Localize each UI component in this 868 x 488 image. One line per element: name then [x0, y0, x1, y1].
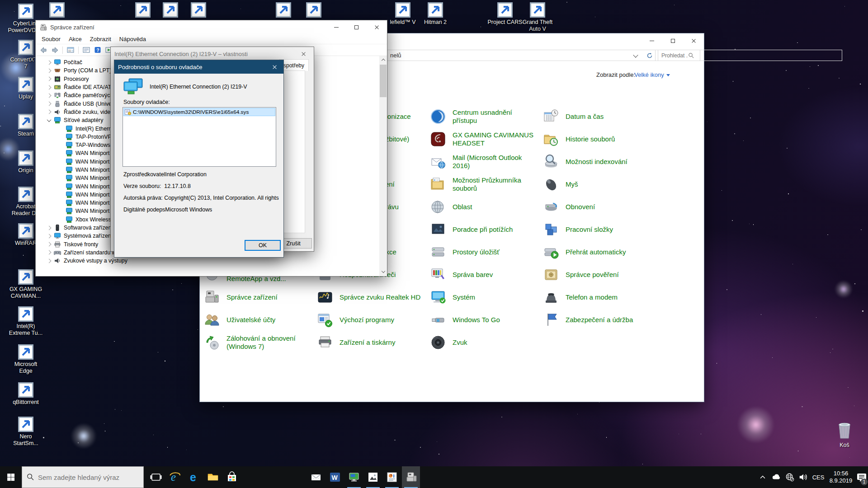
menu-item-zobrazit[interactable]: Zobrazit: [86, 34, 115, 44]
minimize-button[interactable]: [642, 33, 662, 48]
maximize-button[interactable]: [662, 33, 683, 48]
search-input[interactable]: [658, 52, 688, 59]
scroll-down-icon[interactable]: [379, 268, 387, 276]
tray-network[interactable]: [783, 466, 797, 488]
control-panel-item[interactable]: Obnovení: [542, 196, 655, 218]
chevron-right-icon[interactable]: [47, 85, 52, 89]
scroll-up-icon[interactable]: [379, 56, 387, 64]
control-panel-item[interactable]: GX GAMING CAVIMANUS HEADSET: [429, 128, 542, 150]
recycle-bin-icon[interactable]: Koš: [826, 419, 863, 448]
taskbar-display-app-icon[interactable]: [345, 466, 363, 488]
control-panel-item[interactable]: Poradce při potížích: [429, 218, 542, 241]
control-panel-item[interactable]: Prostory úložišť: [429, 241, 542, 263]
chevron-right-icon[interactable]: [47, 68, 52, 73]
close-button[interactable]: [683, 33, 704, 48]
control-panel-item[interactable]: Windows To Go: [429, 309, 542, 331]
dialog-titlebar[interactable]: Podrobnosti o souboru ovladače: [114, 60, 283, 74]
chevron-right-icon[interactable]: [47, 93, 52, 98]
taskbar-file-explorer-icon[interactable]: [204, 466, 222, 488]
control-panel-item[interactable]: Telefon a modem: [542, 286, 655, 309]
minimize-button[interactable]: [326, 20, 346, 34]
list-view-button[interactable]: [66, 46, 75, 55]
control-panel-item[interactable]: Pracovní složky: [542, 218, 655, 241]
desktop-icon-qbittorrent[interactable]: qbqBittorrent: [5, 382, 46, 406]
maximize-button[interactable]: [346, 20, 367, 34]
tree-item[interactable]: Zvukové vstupy a výstupy: [36, 257, 379, 265]
chevron-right-icon[interactable]: [47, 234, 52, 238]
menu-item-nápověda[interactable]: Nápověda: [115, 34, 150, 44]
control-panel-item[interactable]: Správce pověření: [542, 263, 655, 286]
close-button[interactable]: [367, 20, 387, 34]
taskbar-edge-icon[interactable]: e: [185, 466, 203, 488]
driver-files-list[interactable]: C:\WINDOWS\system32\DRIVERS\e1i65x64.sys: [123, 107, 276, 167]
control-panel-item[interactable]: Uživatelské účty: [203, 309, 316, 331]
taskbar-presentation-icon[interactable]: [383, 466, 401, 488]
driver-file-row-selected[interactable]: C:\WINDOWS\system32\DRIVERS\e1i65x64.sys: [123, 108, 275, 116]
taskbar-search-input[interactable]: [38, 474, 137, 481]
control-panel-item[interactable]: Přehrát automaticky: [542, 241, 655, 263]
taskbar-word-icon[interactable]: W: [326, 466, 344, 488]
control-panel-item[interactable]: Možnosti indexování: [542, 150, 655, 173]
search-box[interactable]: [658, 50, 700, 61]
control-panel-item[interactable]: Myš: [542, 173, 655, 196]
taskbar-device-manager-icon[interactable]: [402, 466, 420, 488]
control-panel-item[interactable]: Zařízení a tiskárny: [316, 331, 429, 354]
view-by-dropdown[interactable]: Velké ikony: [634, 71, 670, 78]
control-panel-item[interactable]: Datum a čas: [542, 105, 655, 128]
menu-item-soubor[interactable]: Soubor: [38, 34, 65, 44]
chevron-right-icon[interactable]: [47, 60, 52, 65]
back-button[interactable]: [38, 46, 48, 55]
desktop-icon-hitman[interactable]: H2Hitman 2: [415, 2, 456, 26]
properties-button[interactable]: [81, 46, 91, 55]
control-panel-item[interactable]: Zvuk: [429, 331, 542, 354]
desktop-icon-blackswords[interactable]: [178, 2, 219, 18]
control-panel-item[interactable]: Mail (Microsoft Outlook 2016): [429, 150, 542, 173]
action-center-button[interactable]: 1: [855, 466, 868, 488]
taskbar-internet-explorer-icon[interactable]: e: [166, 466, 184, 488]
control-panel-item[interactable]: Výchozí programy: [316, 309, 429, 331]
forward-button[interactable]: [50, 46, 60, 55]
tray-chevron-up[interactable]: [756, 466, 769, 488]
desktop-icon-nero[interactable]: Nero StartSm...: [5, 417, 46, 447]
taskbar-store-icon[interactable]: [223, 466, 241, 488]
help-button[interactable]: ?: [93, 46, 103, 55]
taskbar-search-box[interactable]: [22, 466, 144, 488]
control-panel-item[interactable]: Historie souborů: [542, 128, 655, 150]
scrollbar[interactable]: [379, 56, 387, 276]
chevron-right-icon[interactable]: [47, 258, 52, 263]
control-panel-item[interactable]: Systém: [429, 286, 542, 309]
taskbar-photos-icon[interactable]: [364, 466, 382, 488]
chevron-right-icon[interactable]: [47, 77, 52, 81]
control-panel-item[interactable]: Oblast: [429, 196, 542, 218]
desktop-icon-dark2[interactable]: [293, 2, 334, 18]
scroll-thumb[interactable]: [380, 65, 387, 97]
refresh-button[interactable]: [644, 50, 656, 61]
control-panel-item[interactable]: Možnosti Průzkumníka souborů: [429, 173, 542, 196]
control-panel-item[interactable]: Správa barev: [429, 263, 542, 286]
chevron-right-icon[interactable]: [47, 242, 52, 247]
chevron-right-icon[interactable]: [47, 102, 52, 106]
control-panel-item[interactable]: Správce zvuku Realtek HD: [316, 286, 429, 309]
desktop-icon-intel[interactable]: Intel(R) Extreme Tu...: [5, 306, 46, 337]
control-panel-item[interactable]: Zabezpečení a údržba: [542, 309, 655, 331]
desktop-icon-edge[interactable]: Microsoft Edge: [5, 344, 46, 375]
control-panel-item[interactable]: Centrum usnadnění přístupu: [429, 105, 542, 128]
chevron-right-icon[interactable]: [47, 225, 52, 230]
ok-button[interactable]: OK: [245, 240, 281, 251]
device-manager-titlebar[interactable]: Správce zařízení: [36, 20, 387, 34]
taskbar-task-view-icon[interactable]: [147, 466, 165, 488]
chevron-down-icon[interactable]: [47, 117, 52, 122]
tray-volume[interactable]: [797, 466, 810, 488]
tray-language[interactable]: CES: [810, 466, 826, 488]
tray-onedrive[interactable]: [769, 466, 783, 488]
control-panel-item[interactable]: Správce zařízení: [203, 286, 316, 309]
start-button[interactable]: [0, 466, 22, 488]
taskbar-mail-icon[interactable]: [307, 466, 325, 488]
desktop-icon-gtav[interactable]: VGrand Theft Auto V: [517, 2, 558, 33]
menu-item-akce[interactable]: Akce: [65, 34, 86, 44]
chevron-right-icon[interactable]: [47, 250, 52, 255]
control-panel-item[interactable]: Zálohování a obnovení (Windows 7): [203, 331, 316, 354]
chevron-right-icon[interactable]: [47, 110, 52, 114]
tray-clock[interactable]: 10:56 8.9.2019: [826, 466, 855, 488]
close-button[interactable]: [265, 60, 283, 74]
